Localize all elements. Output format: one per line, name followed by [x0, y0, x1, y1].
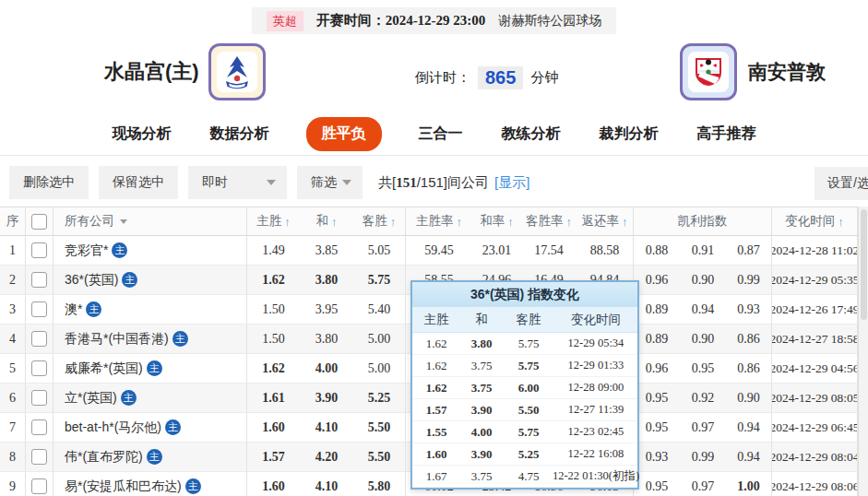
header-company[interactable]: 所有公司	[54, 207, 247, 236]
header-odds-1[interactable]: 和↑	[300, 207, 353, 236]
popup-odds-cell: 1.67	[412, 466, 460, 488]
company-cell[interactable]: 澳*主	[54, 295, 247, 325]
odds-cell: 3.80	[300, 266, 353, 295]
odds-cell: 5.75	[353, 266, 406, 295]
company-cell[interactable]: 36*(英国)主	[54, 266, 247, 295]
row-checkbox[interactable]	[31, 272, 47, 288]
header-pct-1[interactable]: 和率↑	[472, 207, 521, 236]
away-team: 南安普敦	[680, 43, 826, 100]
row-checkbox[interactable]	[31, 419, 47, 435]
seq-cell: 7	[0, 413, 26, 443]
popup-odds-cell: 4.75	[503, 466, 554, 488]
company-cell[interactable]: 易*(安提瓜和巴布达)主	[54, 472, 247, 496]
row-checkbox[interactable]	[31, 478, 47, 494]
popup-time-cell: 12-29 05:34	[554, 333, 637, 355]
popup-odds-cell: 3.75	[460, 355, 503, 377]
time-cell: 2024-12-26 17:49	[772, 295, 858, 325]
popup-odds-cell: 1.57	[412, 399, 460, 421]
company-cell[interactable]: bet-at-h*(马尔他)主	[54, 413, 247, 443]
tab-coach-analysis[interactable]: 教练分析	[500, 117, 563, 151]
odds-cell: 5.05	[353, 236, 406, 266]
row-checkbox[interactable]	[31, 390, 47, 406]
tab-win-draw-lose[interactable]: 胜平负	[306, 117, 382, 151]
popup-odds-cell: 3.75	[460, 466, 503, 488]
checkbox-cell	[26, 236, 54, 266]
company-cell[interactable]: 威廉希*(英国)主	[54, 354, 247, 384]
company-cell[interactable]: 香港马*(中国香港)主	[54, 325, 247, 354]
show-link[interactable]: [显示]	[494, 174, 529, 190]
instant-dropdown[interactable]: 即时	[188, 166, 287, 199]
odds-comparison-page: 英超 开赛时间：2024-12-29 23:00 谢赫斯特公园球场 水晶宫(主)…	[0, 0, 868, 496]
odds-cell: 5.40	[353, 295, 406, 325]
home-team-name: 水晶宫(主)	[104, 58, 199, 86]
filter-caret-icon	[120, 219, 127, 224]
tab-data-analysis[interactable]: 数据分析	[208, 117, 271, 151]
row-checkbox[interactable]	[31, 301, 47, 317]
kelly-cell: 0.91	[680, 236, 726, 266]
header-pct-2[interactable]: 客胜率↑	[521, 207, 577, 236]
header-pct-3[interactable]: 返还率↑	[577, 207, 634, 236]
time-cell: 2024-12-29 06:45	[772, 413, 858, 443]
popup-odds-cell: 3.80	[460, 333, 503, 355]
popup-odds-cell: 5.25	[503, 443, 554, 466]
popup-odds-cell: 1.60	[412, 443, 460, 466]
popup-header-cell: 和	[460, 307, 503, 333]
pct-cell: 88.58	[577, 236, 634, 266]
checkbox-cell	[26, 295, 54, 325]
table-row[interactable]: 1竞彩官*主1.493.855.0559.4523.0117.5488.580.…	[0, 236, 858, 266]
tab-expert-picks[interactable]: 高手推荐	[696, 117, 758, 151]
header-odds-2[interactable]: 客胜↑	[353, 207, 406, 236]
row-checkbox[interactable]	[31, 331, 47, 347]
time-cell: 2024-12-29 08:04	[772, 443, 858, 472]
row-checkbox[interactable]	[31, 242, 47, 258]
company-cell[interactable]: 立*(英国)主	[54, 384, 247, 413]
time-cell: 2024-12-29 08:05	[772, 384, 858, 413]
odds-cell: 5.80	[353, 472, 406, 496]
popup-row: 1.623.756.0012-28 09:00	[412, 377, 637, 399]
popup-header-cell: 变化时间	[554, 307, 637, 333]
kelly-cell: 0.96	[634, 266, 680, 295]
time-cell: 2024-12-27 18:58	[772, 325, 858, 354]
vertical-scrollbar[interactable]	[858, 207, 868, 496]
scrollbar-thumb[interactable]	[861, 209, 867, 320]
settings-select-button[interactable]: 设置/选择	[814, 167, 868, 200]
odds-cell: 1.61	[247, 384, 300, 413]
company-cell[interactable]: 竞彩官*主	[54, 236, 247, 266]
kelly-cell: 0.92	[680, 384, 726, 413]
seq-cell: 8	[0, 443, 26, 472]
tab-referee-analysis[interactable]: 裁判分析	[598, 117, 660, 151]
popup-row: 1.573.905.5012-27 11:39	[412, 399, 637, 421]
seq-cell: 1	[0, 236, 26, 266]
odds-cell: 1.49	[247, 236, 300, 266]
tabs-divider	[0, 155, 868, 156]
tab-live-analysis[interactable]: 现场分析	[111, 117, 173, 151]
odds-cell: 1.50	[247, 295, 300, 325]
popup-odds-cell: 1.62	[412, 333, 460, 355]
header-odds-0[interactable]: 主胜↑	[247, 207, 300, 236]
header-seq: 序	[0, 207, 26, 236]
popup-odds-cell: 6.00	[503, 377, 554, 399]
kelly-cell: 0.89	[634, 295, 680, 325]
company-cell[interactable]: 伟*(直布罗陀)主	[54, 443, 247, 472]
select-all-checkbox[interactable]	[31, 214, 47, 230]
filter-dropdown[interactable]: 筛选	[297, 166, 363, 199]
home-team: 水晶宫(主)	[104, 43, 266, 100]
header-change-time[interactable]: 变化时间↑	[772, 207, 858, 236]
kelly-cell: 0.94	[726, 413, 772, 443]
league-badge: 英超	[267, 11, 303, 31]
popup-odds-cell: 5.75	[503, 355, 554, 377]
sort-up-icon: ↑	[838, 215, 844, 229]
odds-cell: 1.60	[247, 413, 300, 443]
popup-odds-cell: 1.62	[412, 355, 460, 377]
chevron-down-icon	[267, 180, 276, 185]
odds-cell: 4.10	[300, 413, 353, 443]
row-checkbox[interactable]	[31, 360, 47, 376]
kelly-cell: 0.95	[634, 413, 680, 443]
keep-selected-button[interactable]: 保留选中	[99, 166, 178, 199]
delete-selected-button[interactable]: 删除选中	[9, 166, 89, 199]
header-pct-0[interactable]: 主胜率↑	[406, 207, 472, 236]
row-checkbox[interactable]	[31, 449, 47, 465]
tab-three-in-one[interactable]: 三合一	[417, 117, 465, 151]
kelly-cell: 0.90	[680, 325, 726, 354]
home-badge-icon: 主	[172, 331, 188, 347]
